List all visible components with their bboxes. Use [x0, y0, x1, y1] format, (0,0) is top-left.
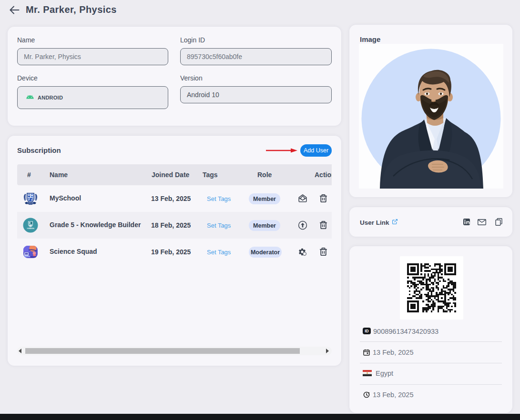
svg-text:I D R A S S A: I D R A S S A	[27, 228, 34, 230]
